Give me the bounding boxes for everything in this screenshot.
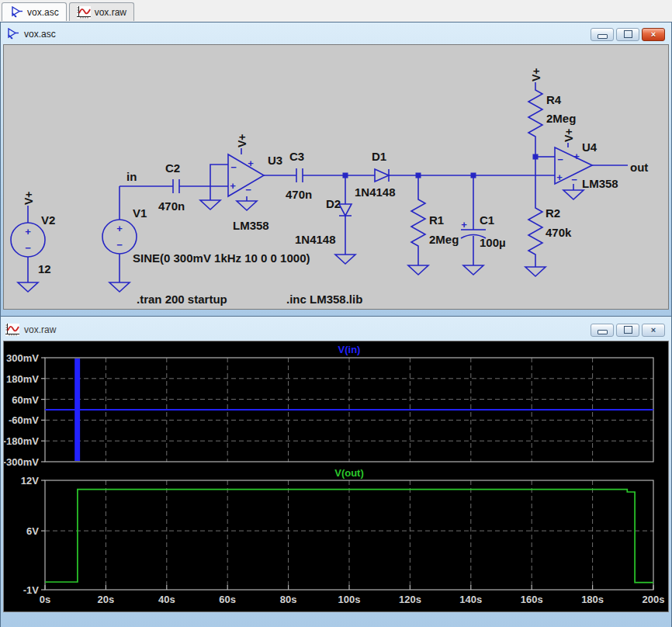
- r2-value-label[interactable]: 470k: [546, 226, 572, 239]
- x-tick-label: 40s: [158, 594, 175, 605]
- u4-value-label[interactable]: LM358: [582, 177, 618, 190]
- inc-directive[interactable]: .inc LM358.lib: [286, 293, 362, 306]
- d1-value-label[interactable]: 1N4148: [355, 185, 396, 199]
- r1-value-label[interactable]: 2Meg: [429, 233, 459, 246]
- schematic-window: vox.asc ×: [0, 22, 672, 318]
- c3-name-label[interactable]: C3: [289, 150, 304, 163]
- tran-directive[interactable]: .tran 200 startup: [137, 293, 227, 306]
- schematic-canvas[interactable]: + − + − − + + − − + + − + V+ V+: [3, 44, 669, 310]
- close-button[interactable]: ×: [642, 28, 665, 41]
- x-tick-label: 200s: [643, 594, 665, 605]
- y-tick-label: 60mV: [12, 394, 39, 406]
- y-tick-label: -180mV: [4, 435, 39, 447]
- c3-value-label[interactable]: 470n: [286, 188, 312, 201]
- waveform-plot-area[interactable]: 300mV180mV60mV-60mV-180mV-300mV12V6V-1V0…: [3, 341, 669, 612]
- c2-name-label[interactable]: C2: [165, 161, 180, 175]
- u3-name-label[interactable]: U3: [268, 154, 282, 167]
- schematic-window-titlebar[interactable]: vox.asc ×: [3, 24, 669, 44]
- y-tick-label: 300mV: [6, 352, 39, 364]
- net-label-in[interactable]: in: [126, 170, 137, 183]
- c2-value-label[interactable]: 470n: [158, 199, 185, 213]
- svg-text:+: +: [248, 158, 254, 169]
- x-tick-label: 140s: [459, 594, 482, 605]
- x-tick-label: 120s: [399, 594, 421, 605]
- y-tick-label: -1V: [23, 584, 40, 596]
- waveform-plots[interactable]: 300mV180mV60mV-60mV-180mV-300mV12V6V-1V0…: [4, 341, 668, 611]
- svg-text:+: +: [230, 180, 236, 192]
- restore-icon: [624, 30, 632, 38]
- svg-text:−: −: [245, 184, 251, 196]
- waveform-window: vox.raw × 300mV180mV60mV-60mV-180mV-300m…: [0, 316, 672, 627]
- d2-name-label[interactable]: D2: [326, 197, 341, 210]
- v2-value-label[interactable]: 12: [38, 262, 51, 275]
- x-tick-label: 180s: [581, 594, 604, 605]
- svg-text:+: +: [461, 219, 467, 230]
- tab-vox-asc[interactable]: vox.asc: [2, 2, 67, 21]
- u3-value-label[interactable]: LM358: [233, 219, 269, 232]
- r2-name-label[interactable]: R2: [546, 206, 560, 220]
- ltspice-app: vox.asc vox.raw vox.asc ×: [0, 0, 672, 627]
- tab-vox-raw[interactable]: vox.raw: [69, 2, 134, 21]
- close-button[interactable]: ×: [642, 324, 665, 337]
- restore-button[interactable]: [616, 28, 639, 41]
- document-tab-bar: vox.asc vox.raw: [0, 0, 672, 21]
- svg-text:−: −: [571, 174, 577, 185]
- d1-name-label[interactable]: D1: [372, 150, 386, 163]
- x-tick-label: 80s: [280, 594, 297, 605]
- svg-text:+: +: [573, 151, 580, 162]
- net-label-out[interactable]: out: [630, 161, 648, 174]
- close-icon: ×: [651, 30, 656, 39]
- svg-text:V+: V+: [236, 133, 248, 147]
- c1-name-label[interactable]: C1: [480, 213, 494, 227]
- circuit-wires[interactable]: [11, 82, 628, 282]
- minimize-icon: [598, 34, 608, 39]
- minimize-button[interactable]: [591, 324, 614, 337]
- window-controls: ×: [591, 324, 667, 337]
- r4-name-label[interactable]: R4: [546, 93, 562, 106]
- x-tick-label: 160s: [521, 594, 543, 605]
- restore-button[interactable]: [616, 324, 639, 337]
- svg-text:+: +: [25, 226, 31, 237]
- svg-text:−: −: [557, 154, 563, 165]
- x-tick-label: 0s: [40, 594, 50, 605]
- svg-text:−: −: [25, 242, 31, 254]
- y-tick-label: -60mV: [9, 414, 39, 426]
- y-tick-label: -300mV: [4, 456, 39, 468]
- svg-text:V+: V+: [530, 68, 542, 81]
- svg-text:V+: V+: [563, 128, 575, 142]
- window-title: vox.asc: [24, 29, 56, 40]
- svg-text:−: −: [230, 161, 237, 173]
- y-tick-label: 12V: [21, 475, 39, 487]
- tab-label: vox.asc: [27, 7, 59, 18]
- v1-value-label[interactable]: SINE(0 300mV 1kHz 10 0 0 1000): [133, 251, 310, 265]
- svg-text:V+: V+: [23, 191, 35, 205]
- vin-trace-title[interactable]: V(in): [338, 344, 361, 355]
- opamp-schematic-icon: [9, 6, 23, 19]
- opamp-schematic-icon: [5, 28, 19, 40]
- close-icon: ×: [651, 326, 656, 334]
- window-controls: ×: [591, 28, 667, 41]
- v2-name-label[interactable]: V2: [41, 213, 55, 227]
- svg-text:+: +: [556, 171, 563, 183]
- vplus-net-flags[interactable]: V+ V+ V+ V+: [23, 68, 575, 205]
- u4-name-label[interactable]: U4: [582, 140, 598, 154]
- r1-name-label[interactable]: R1: [429, 213, 444, 227]
- svg-text:+: +: [116, 223, 123, 234]
- x-tick-label: 60s: [219, 594, 236, 605]
- d2-value-label[interactable]: 1N4148: [295, 233, 336, 246]
- waveform-window-titlebar[interactable]: vox.raw ×: [3, 319, 669, 341]
- x-tick-label: 20s: [98, 594, 115, 605]
- trace-vin-burst[interactable]: [74, 359, 80, 461]
- svg-text:−: −: [116, 239, 123, 251]
- r4-value-label[interactable]: 2Meg: [546, 112, 576, 125]
- waveform-graph-icon: [77, 6, 91, 19]
- schematic-drawing[interactable]: + − + − − + + − − + + − + V+ V+: [4, 45, 668, 309]
- restore-icon: [624, 326, 632, 334]
- y-tick-label: 6V: [26, 525, 39, 537]
- vout-trace-title[interactable]: V(out): [334, 467, 364, 479]
- v1-name-label[interactable]: V1: [133, 206, 147, 220]
- minimize-button[interactable]: [591, 28, 614, 41]
- c1-value-label[interactable]: 100µ: [480, 236, 506, 249]
- window-title: vox.raw: [24, 324, 56, 335]
- y-tick-label: 180mV: [6, 373, 39, 385]
